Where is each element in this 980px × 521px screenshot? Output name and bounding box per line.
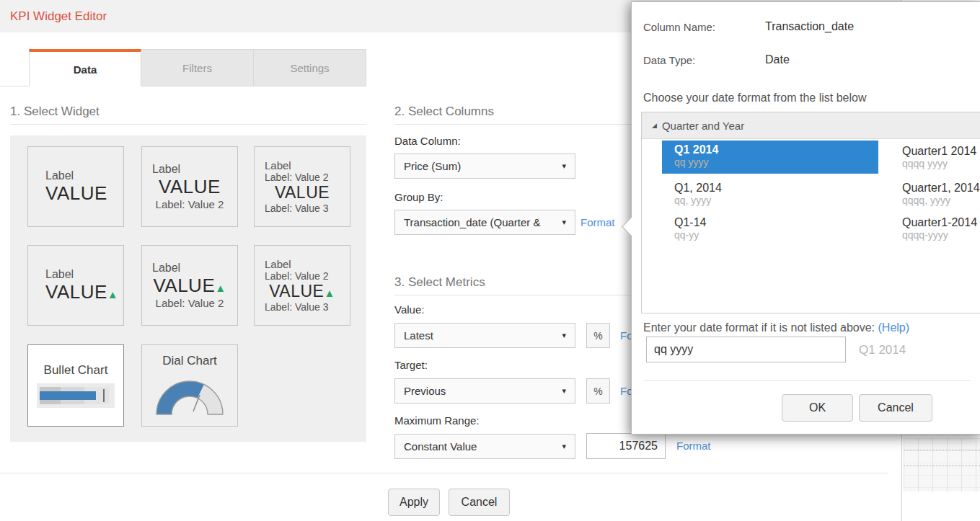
- custom-format-label: Enter your date format if it is not list…: [643, 321, 909, 334]
- format-option[interactable]: Quarter1 2014 qqqq yyyy: [890, 142, 976, 169]
- trend-up-icon: ▲: [324, 287, 335, 299]
- max-range-select[interactable]: Constant Value ▾: [394, 434, 575, 459]
- max-range-amount-input[interactable]: [586, 433, 666, 459]
- format-group-header[interactable]: ◢ Quarter and Year: [642, 112, 980, 139]
- widget-option-single-value[interactable]: Label VALUE: [27, 146, 124, 227]
- widget-option-value-with-sub[interactable]: Label VALUE Label: Value 2: [141, 146, 238, 227]
- format-group-label: Quarter and Year: [662, 120, 744, 132]
- dialog-divider: [643, 380, 971, 381]
- tab-data[interactable]: Data: [29, 49, 141, 86]
- divider: [10, 124, 366, 125]
- select-widget-heading: 1. Select Widget: [10, 104, 100, 119]
- footer-divider: [0, 473, 888, 473]
- max-range-label: Maximum Range:: [394, 414, 480, 427]
- select-columns-heading: 2. Select Columns: [394, 104, 494, 119]
- dialog-callout-pointer: [622, 217, 641, 236]
- column-name-value: Transaction_date: [765, 20, 854, 33]
- date-format-dialog: Column Name: Transaction_date Data Type:…: [631, 1, 980, 435]
- group-by-select[interactable]: Transaction_date (Quarter & ▾: [394, 210, 575, 235]
- collapse-triangle-icon: ◢: [652, 122, 657, 129]
- choose-format-text: Choose your date format from the list be…: [643, 92, 866, 104]
- trend-up-icon: ▲: [107, 288, 118, 300]
- editor-cancel-button[interactable]: Cancel: [449, 489, 510, 516]
- tab-filters[interactable]: Filters: [141, 49, 254, 86]
- grid-dotted-line: [904, 450, 980, 450]
- chevron-down-icon: ▾: [562, 218, 566, 227]
- format-option[interactable]: Quarter1, 2014 qqqq, yyyy: [890, 179, 980, 206]
- data-type-label: Data Type:: [643, 54, 695, 66]
- widget-option-value-sub-trend[interactable]: Label VALUE▲ Label: Value 2: [141, 245, 238, 326]
- target-select[interactable]: Previous ▾: [394, 378, 575, 404]
- chevron-down-icon: ▾: [562, 442, 566, 451]
- value-select[interactable]: Latest ▾: [394, 323, 575, 348]
- max-range-format-link[interactable]: Format: [676, 440, 711, 452]
- apply-button[interactable]: Apply: [388, 489, 440, 516]
- chevron-down-icon: ▾: [562, 161, 566, 171]
- dialog-cancel-button[interactable]: Cancel: [859, 394, 932, 422]
- group-by-format-link[interactable]: Format: [581, 216, 615, 228]
- data-type-value: Date: [765, 53, 790, 66]
- background-spreadsheet-grid: [904, 438, 980, 491]
- format-option-selected[interactable]: Q1 2014 qq yyyy: [662, 141, 878, 174]
- custom-format-preview: Q1 2014: [859, 343, 906, 357]
- help-link[interactable]: (Help): [878, 321, 910, 334]
- widget-gallery: Label VALUE Label VALUE Label: Value 2 L…: [10, 135, 366, 442]
- date-format-list: ◢ Quarter and Year Q1 2014 qq yyyy Quart…: [641, 112, 980, 313]
- widget-option-dial-chart[interactable]: Dial Chart: [141, 344, 238, 427]
- select-metrics-heading: 3. Select Metrics: [394, 275, 485, 290]
- group-by-label: Group By:: [394, 191, 443, 203]
- target-percent-toggle[interactable]: %: [586, 378, 610, 404]
- chevron-down-icon: ▾: [562, 386, 566, 396]
- data-column-select[interactable]: Price (Sum) ▾: [394, 153, 575, 179]
- column-name-label: Column Name:: [643, 21, 715, 33]
- widget-option-value-two-subs-trend[interactable]: Label Label: Value 2 VALUE▲ Label: Value…: [254, 245, 350, 326]
- kpi-widget-editor-window: KPI Widget Editor Data Filters Settings …: [0, 0, 980, 521]
- format-option[interactable]: Q1-14 qq-yy: [662, 213, 706, 241]
- data-column-label: Data Column:: [394, 135, 461, 147]
- page-title: KPI Widget Editor: [10, 0, 107, 32]
- value-label: Value:: [394, 303, 424, 316]
- format-option[interactable]: Quarter1-2014 qqqq-yyyy: [890, 213, 977, 241]
- tab-bar: Data Filters Settings: [29, 49, 366, 86]
- chevron-down-icon: ▾: [562, 331, 566, 340]
- dial-chart-icon: [154, 374, 226, 417]
- widget-option-single-value-trend[interactable]: Label VALUE▲: [27, 245, 124, 326]
- tab-settings[interactable]: Settings: [254, 49, 366, 86]
- custom-format-input[interactable]: [646, 337, 846, 362]
- widget-option-bullet-chart[interactable]: Bullet Chart: [27, 344, 124, 427]
- value-percent-toggle[interactable]: %: [586, 323, 610, 348]
- format-option[interactable]: Q1, 2014 qq, yyyy: [662, 179, 722, 206]
- grid-dotted-line: [904, 466, 980, 466]
- target-label: Target:: [394, 359, 428, 371]
- ok-button[interactable]: OK: [782, 394, 853, 422]
- trend-up-icon: ▲: [215, 282, 226, 294]
- widget-option-value-with-two-subs[interactable]: Label Label: Value 2 VALUE Label: Value …: [254, 146, 350, 227]
- tab-bar-baseline: [0, 86, 30, 86]
- bullet-chart-icon: [37, 383, 115, 408]
